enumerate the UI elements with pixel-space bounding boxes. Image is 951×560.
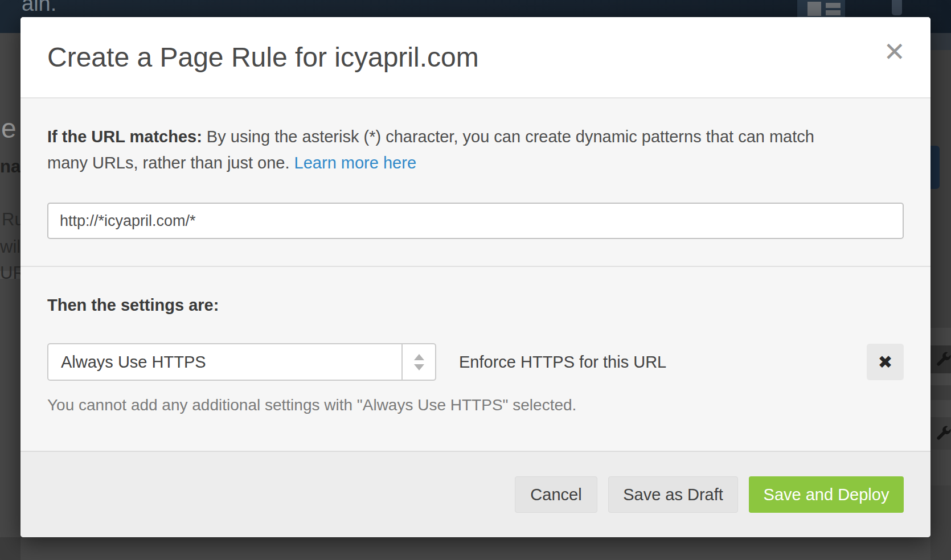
clipped-text-fragment: will	[0, 237, 21, 257]
chevron-up-down-icon	[401, 344, 435, 380]
blue-button-fragment	[930, 146, 940, 189]
url-match-desc-line1: By using the asterisk (*) character, you…	[202, 127, 814, 146]
learn-more-link[interactable]: Learn more here	[294, 154, 416, 172]
screen: ain. e nav Ru will UR	[0, 0, 951, 560]
remove-setting-button[interactable]: ✖	[867, 344, 904, 380]
clipped-header-text: ain.	[22, 0, 56, 16]
close-icon[interactable]: ✕	[883, 39, 905, 65]
layout-panels-icon	[797, 0, 845, 18]
setting-select-value: Always Use HTTPS	[48, 344, 401, 380]
url-match-label: If the URL matches:	[47, 127, 202, 146]
url-pattern-input[interactable]	[47, 203, 904, 239]
clipped-text-fragment: nav	[0, 157, 21, 177]
setting-description: Enforce HTTPS for this URL	[459, 353, 666, 372]
header-widget-fragment	[892, 0, 902, 15]
clipped-text-fragment: Ru	[2, 209, 21, 230]
clipped-text-fragment: UR	[0, 263, 21, 283]
modal-footer: Cancel Save as Draft Save and Deploy	[21, 451, 930, 537]
save-and-deploy-button[interactable]: Save and Deploy	[749, 476, 904, 513]
settings-note: You cannot add any additional settings w…	[47, 396, 904, 414]
modal-title: Create a Page Rule for icyapril.com	[47, 42, 479, 73]
backdrop-right-strip	[930, 33, 951, 560]
modal-body: If the URL matches: By using the asteris…	[21, 98, 930, 451]
url-match-desc-line2: many URLs, rather than just one.	[47, 154, 294, 172]
url-match-description: If the URL matches: By using the asteris…	[47, 123, 904, 176]
section-divider	[21, 266, 930, 267]
clipped-text-fragment: e	[1, 113, 17, 144]
setting-select[interactable]: Always Use HTTPS	[47, 343, 436, 381]
settings-heading: Then the settings are:	[47, 296, 904, 315]
wrench-icon	[935, 351, 951, 368]
backdrop-left-strip: e nav Ru will UR	[0, 33, 21, 560]
save-as-draft-button[interactable]: Save as Draft	[608, 476, 738, 513]
create-page-rule-modal: Create a Page Rule for icyapril.com ✕ If…	[21, 17, 930, 537]
x-icon: ✖	[878, 352, 893, 373]
setting-row: Always Use HTTPS Enforce HTTPS for this …	[47, 343, 904, 381]
wrench-icon	[935, 425, 951, 442]
modal-header: Create a Page Rule for icyapril.com ✕	[21, 17, 930, 98]
cancel-button[interactable]: Cancel	[515, 476, 597, 513]
